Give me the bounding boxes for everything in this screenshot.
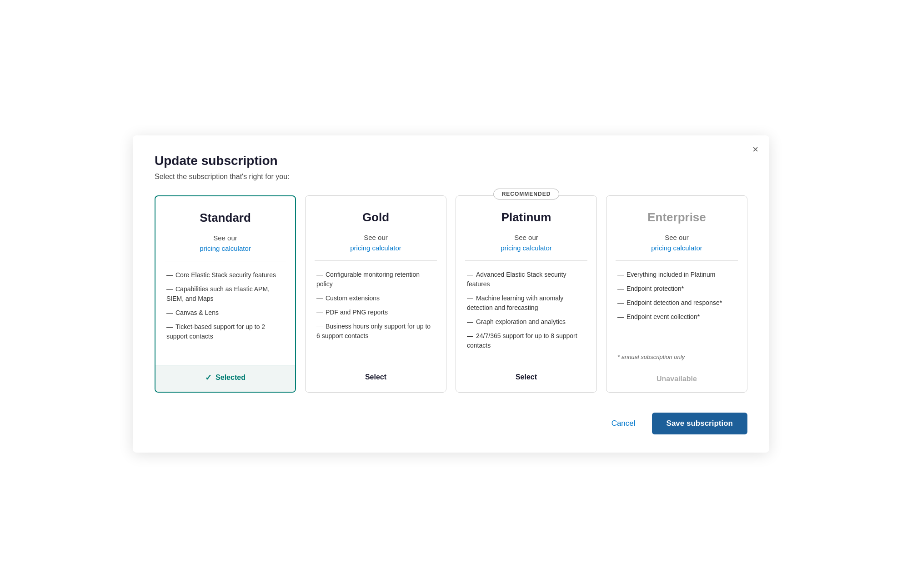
feature-platinum-2: Graph exploration and analytics xyxy=(467,317,586,327)
plan-features-gold: Configurable monitoring retention policy… xyxy=(306,270,446,364)
feature-enterprise-2: Endpoint detection and response* xyxy=(617,298,736,308)
plan-name-platinum: Platinum xyxy=(465,210,587,224)
cancel-button[interactable]: Cancel xyxy=(604,414,643,433)
selected-label: ✓ Selected xyxy=(165,373,286,383)
plan-divider-standard xyxy=(165,261,286,261)
pricing-calculator-link-enterprise[interactable]: pricing calculator xyxy=(651,244,702,252)
plan-header-standard: Standard See our pricing calculator xyxy=(155,196,295,261)
feature-enterprise-3: Endpoint event collection* xyxy=(617,312,736,322)
plan-footer-gold: Select xyxy=(306,364,446,392)
pricing-calculator-link-platinum[interactable]: pricing calculator xyxy=(501,244,552,252)
feature-standard-2: Canvas & Lens xyxy=(166,308,284,318)
plan-divider-gold xyxy=(315,260,437,261)
modal-footer: Cancel Save subscription xyxy=(155,409,747,434)
plan-name-enterprise: Enterprise xyxy=(616,210,738,224)
feature-standard-1: Capabilities such as Elastic APM, SIEM, … xyxy=(166,284,284,304)
save-subscription-button[interactable]: Save subscription xyxy=(652,413,747,434)
feature-standard-3: Ticket-based support for up to 2 support… xyxy=(166,322,284,341)
plans-grid: Standard See our pricing calculator Core… xyxy=(155,195,747,393)
feature-gold-2: PDF and PNG reports xyxy=(316,308,435,317)
plan-features-platinum: Advanced Elastic Stack security features… xyxy=(456,270,596,364)
check-icon: ✓ xyxy=(205,373,212,383)
feature-platinum-3: 24/7/365 support for up to 8 support con… xyxy=(467,331,586,350)
plan-footer-platinum: Select xyxy=(456,364,596,392)
feature-platinum-1: Machine learning with anomaly detection … xyxy=(467,294,586,313)
feature-gold-1: Custom extensions xyxy=(316,294,435,303)
pricing-calculator-link-standard[interactable]: pricing calculator xyxy=(200,244,251,252)
modal-title: Update subscription xyxy=(155,154,747,168)
plan-pricing-gold: See our pricing calculator xyxy=(315,233,437,253)
plan-features-standard: Core Elastic Stack security featuresCapa… xyxy=(155,270,295,365)
plan-pricing-standard: See our pricing calculator xyxy=(165,233,286,254)
plan-header-platinum: Platinum See our pricing calculator xyxy=(456,196,596,260)
recommended-badge: RECOMMENDED xyxy=(493,189,560,199)
plan-name-standard: Standard xyxy=(165,211,286,225)
plan-pricing-platinum: See our pricing calculator xyxy=(465,233,587,253)
select-button-gold[interactable]: Select xyxy=(365,371,386,383)
feature-standard-0: Core Elastic Stack security features xyxy=(166,270,284,280)
feature-enterprise-1: Endpoint protection* xyxy=(617,284,736,294)
feature-enterprise-0: Everything included in Platinum xyxy=(617,270,736,279)
feature-gold-0: Configurable monitoring retention policy xyxy=(316,270,435,289)
plan-features-enterprise: Everything included in PlatinumEndpoint … xyxy=(606,270,747,354)
modal-subtitle: Select the subscription that's right for… xyxy=(155,173,747,181)
plan-footer-standard: ✓ Selected xyxy=(155,365,295,392)
plan-pricing-enterprise: See our pricing calculator xyxy=(616,233,738,253)
feature-gold-3: Business hours only support for up to 6 … xyxy=(316,322,435,341)
plan-card-enterprise: Enterprise See our pricing calculator Ev… xyxy=(606,195,747,393)
plan-name-gold: Gold xyxy=(315,210,437,224)
unavailable-label-enterprise: Unavailable xyxy=(656,375,697,383)
update-subscription-modal: × Update subscription Select the subscri… xyxy=(133,135,769,453)
plan-card-platinum: RECOMMENDED Platinum See our pricing cal… xyxy=(456,195,597,393)
plan-divider-enterprise xyxy=(616,260,738,261)
plan-card-gold: Gold See our pricing calculator Configur… xyxy=(305,195,446,393)
plan-divider-platinum xyxy=(465,260,587,261)
plan-header-enterprise: Enterprise See our pricing calculator xyxy=(606,196,747,260)
plan-header-gold: Gold See our pricing calculator xyxy=(306,196,446,260)
pricing-calculator-link-gold[interactable]: pricing calculator xyxy=(350,244,401,252)
feature-platinum-0: Advanced Elastic Stack security features xyxy=(467,270,586,289)
plan-card-standard: Standard See our pricing calculator Core… xyxy=(155,195,296,393)
select-button-platinum[interactable]: Select xyxy=(516,371,537,383)
selected-text: Selected xyxy=(215,374,246,382)
close-button[interactable]: × xyxy=(752,145,758,154)
plan-footer-enterprise: Unavailable xyxy=(606,368,747,392)
annual-note-enterprise: * annual subscription only xyxy=(606,354,747,368)
